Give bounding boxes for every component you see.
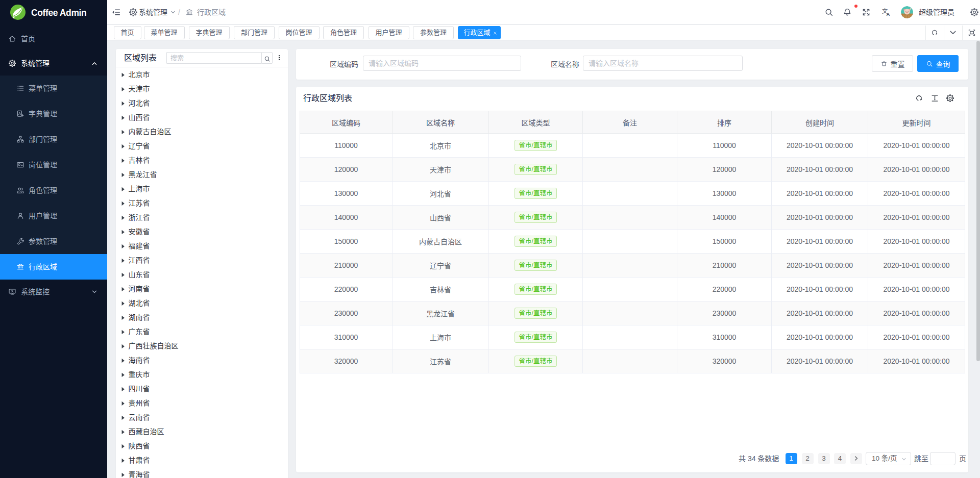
region-name-input[interactable] [583,56,743,71]
table-row[interactable]: 140000山西省省市/直辖市1400002020-10-01 00:00:00… [300,206,965,230]
table-row[interactable]: 310000上海市省市/直辖市3100002020-10-01 00:00:00… [300,325,965,349]
search-icon[interactable] [824,8,834,17]
tree-search-button[interactable] [261,52,273,64]
caret-right-icon[interactable] [121,358,125,363]
column-header[interactable]: 区域名称 [393,111,489,134]
column-header[interactable]: 备注 [583,111,677,134]
caret-right-icon[interactable] [121,158,125,163]
tree-node[interactable]: 云南省 [116,410,288,424]
tree-node[interactable]: 吉林省 [116,153,288,167]
page-button-3[interactable]: 3 [818,453,830,464]
page-button-4[interactable]: 4 [834,453,846,464]
table-row[interactable]: 320000江苏省省市/直辖市3200002020-10-01 00:00:00… [300,349,965,373]
avatar[interactable] [901,6,913,18]
tab-depts[interactable]: 部门管理 [234,26,275,39]
reset-button[interactable]: 重置 [872,55,913,72]
tab-regions[interactable]: 行政区域 [458,26,501,39]
tree-search-input[interactable] [166,52,261,64]
caret-right-icon[interactable] [121,344,125,348]
next-page-button[interactable] [850,453,862,464]
tree-node[interactable]: 西藏自治区 [116,424,288,439]
tree-node[interactable]: 江西省 [116,253,288,267]
tree-node[interactable]: 安徽省 [116,224,288,239]
tree-node[interactable]: 辽宁省 [116,139,288,153]
tab-home[interactable]: 首页 [114,26,141,39]
tab-roles[interactable]: 角色管理 [323,26,364,39]
table-row[interactable]: 220000吉林省省市/直辖市2200002020-10-01 00:00:00… [300,278,965,301]
logo[interactable]: Coffee Admin [0,0,107,27]
tree-node[interactable]: 陕西省 [116,439,288,453]
tree-node[interactable]: 浙江省 [116,210,288,224]
page-button-2[interactable]: 2 [802,453,814,464]
bell-icon[interactable] [843,8,852,17]
sidebar-item-depts[interactable]: 部门管理 [0,127,107,152]
column-header[interactable]: 排序 [677,111,772,134]
caret-right-icon[interactable] [121,215,125,220]
jump-page-input[interactable] [930,452,955,465]
caret-right-icon[interactable] [121,430,125,434]
tab-params[interactable]: 参数管理 [413,26,454,39]
caret-right-icon[interactable] [121,401,125,406]
table-row[interactable]: 230000黑龙江省省市/直辖市2300002020-10-01 00:00:0… [300,301,965,325]
tree-node[interactable]: 内蒙古自治区 [116,124,288,139]
table-refresh-icon[interactable] [915,94,923,103]
tree-node[interactable]: 山西省 [116,110,288,124]
tab-menus[interactable]: 菜单管理 [144,26,185,39]
sidebar-item-system[interactable]: 系统管理 [0,51,107,76]
tree-node[interactable]: 天津市 [116,82,288,96]
caret-right-icon[interactable] [121,387,125,391]
caret-right-icon[interactable] [121,258,125,263]
column-header[interactable]: 更新时间 [868,111,965,134]
caret-right-icon[interactable] [121,201,125,206]
settings-gear-icon[interactable] [970,8,979,17]
caret-right-icon[interactable] [121,101,125,106]
caret-right-icon[interactable] [121,87,125,91]
caret-right-icon[interactable] [121,415,125,420]
tree-node[interactable]: 重庆市 [116,367,288,382]
sidebar-item-regions[interactable]: 行政区域 [0,254,107,280]
kebab-menu-icon[interactable] [276,53,283,64]
tree-node[interactable]: 广东省 [116,324,288,339]
table-row-height-icon[interactable] [930,94,939,103]
search-button[interactable]: 查询 [917,55,959,72]
tree-node[interactable]: 河北省 [116,96,288,110]
menu-fold-icon[interactable] [112,8,121,17]
caret-right-icon[interactable] [121,372,125,377]
username[interactable]: 超级管理员 [919,0,954,24]
tree-node[interactable]: 青海省 [116,467,288,478]
tree-node[interactable]: 河南省 [116,282,288,296]
tree-node[interactable]: 黑龙江省 [116,167,288,182]
tabs-refresh-icon[interactable] [930,29,939,37]
table-settings-icon[interactable] [946,94,954,103]
region-code-input[interactable] [363,56,521,71]
page-size-select[interactable]: 10 条/页 [866,452,911,465]
table-row[interactable]: 120000天津市省市/直辖市1200002020-10-01 00:00:00… [300,158,965,182]
tree-node[interactable]: 上海市 [116,182,288,196]
tab-posts[interactable]: 岗位管理 [279,26,320,39]
sidebar-item-dicts[interactable]: 字典管理 [0,101,107,127]
sidebar-item-monitor[interactable]: 系统监控 [0,280,107,304]
caret-right-icon[interactable] [121,301,125,306]
sidebar-item-menus[interactable]: 菜单管理 [0,76,107,101]
caret-right-icon[interactable] [121,130,125,134]
caret-right-icon[interactable] [121,144,125,148]
caret-right-icon[interactable] [121,172,125,177]
column-header[interactable]: 区域类型 [489,111,583,134]
tree-node[interactable]: 海南省 [116,353,288,367]
caret-right-icon[interactable] [121,72,125,77]
table-row[interactable]: 110000北京市省市/直辖市1100002020-10-01 00:00:00… [300,134,965,158]
caret-right-icon[interactable] [121,244,125,248]
tree-node[interactable]: 甘肃省 [116,453,288,467]
caret-right-icon[interactable] [121,287,125,291]
sidebar-item-users[interactable]: 用户管理 [0,203,107,229]
tree-node[interactable]: 湖南省 [116,310,288,324]
tab-dicts[interactable]: 字典管理 [189,26,230,39]
sidebar-item-posts[interactable]: 岗位管理 [0,152,107,178]
caret-right-icon[interactable] [121,115,125,120]
caret-right-icon[interactable] [121,230,125,234]
caret-right-icon[interactable] [121,472,125,477]
caret-right-icon[interactable] [121,315,125,320]
sidebar-item-roles[interactable]: 角色管理 [0,178,107,203]
translate-icon[interactable]: 文A [881,8,891,17]
tree-node[interactable]: 湖北省 [116,296,288,310]
